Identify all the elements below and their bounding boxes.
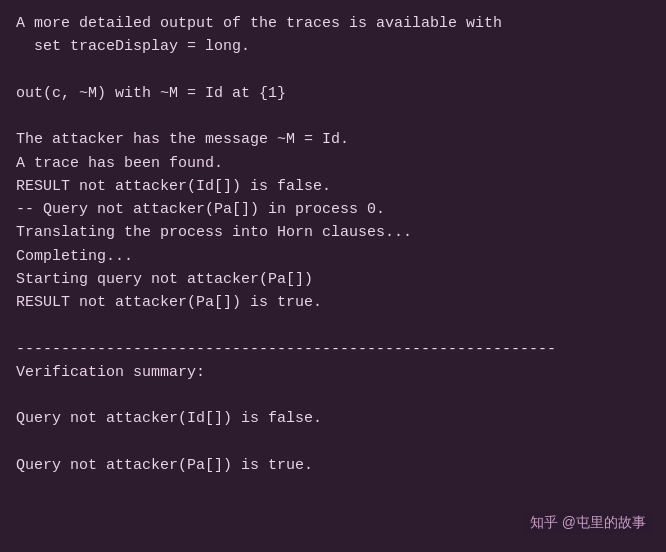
terminal-empty-line [16,314,650,337]
terminal-empty-line [16,59,650,82]
terminal-line: out(c, ~M) with ~M = Id at {1} [16,82,650,105]
terminal-line: Completing... [16,245,650,268]
terminal-output: A more detailed output of the traces is … [0,0,666,552]
terminal-line: RESULT not attacker(Id[]) is false. [16,175,650,198]
terminal-line: Query not attacker(Pa[]) is true. [16,454,650,477]
terminal-line: A more detailed output of the traces is … [16,12,650,35]
terminal-empty-line [16,384,650,407]
terminal-empty-line [16,431,650,454]
terminal-line: A trace has been found. [16,152,650,175]
terminal-line: set traceDisplay = long. [16,35,650,58]
terminal-line: Query not attacker(Id[]) is false. [16,407,650,430]
terminal-line: Verification summary: [16,361,650,384]
terminal-line: The attacker has the message ~M = Id. [16,128,650,151]
terminal-empty-line [16,105,650,128]
terminal-line: Starting query not attacker(Pa[]) [16,268,650,291]
terminal-line: RESULT not attacker(Pa[]) is true. [16,291,650,314]
terminal-line: Translating the process into Horn clause… [16,221,650,244]
watermark: 知乎 @屯里的故事 [524,512,652,534]
terminal-line: ----------------------------------------… [16,338,650,361]
terminal-line: -- Query not attacker(Pa[]) in process 0… [16,198,650,221]
